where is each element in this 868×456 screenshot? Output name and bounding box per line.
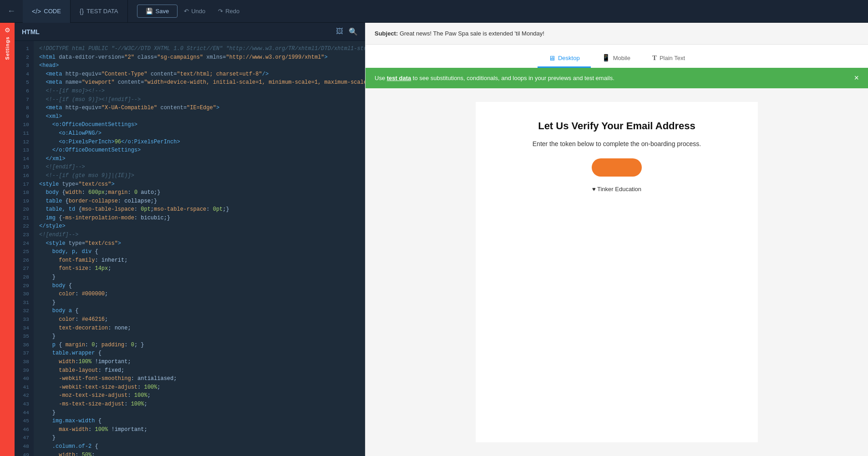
undo-button[interactable]: ↶ Undo — [178, 5, 212, 17]
tab-mobile-label: Mobile — [613, 55, 630, 61]
mobile-icon: 📱 — [602, 54, 610, 62]
code-panel-header: HTML 🖼 🔍 — [15, 23, 365, 41]
email-preview: Let Us Verify Your Email Address Enter t… — [365, 88, 868, 456]
banner-text: Use test data to see substitutions, cond… — [375, 75, 614, 81]
email-title: Let Us Verify Your Email Address — [498, 120, 735, 132]
subject-text: Great news! The Paw Spa sale is extended… — [400, 30, 544, 37]
test-data-link[interactable]: test data — [387, 75, 411, 81]
email-body: Enter the token below to complete the on… — [498, 140, 735, 147]
tab-test-data-label: TEST DATA — [86, 8, 118, 15]
back-icon: ← — [7, 6, 15, 16]
subject-line: Subject: Great news! The Paw Spa sale is… — [375, 27, 859, 40]
tab-desktop-label: Desktop — [558, 55, 580, 61]
image-icon[interactable]: 🖼 — [336, 27, 343, 36]
settings-sidebar[interactable]: ⚙ Settings — [0, 23, 15, 456]
code-icon: </> — [32, 8, 41, 15]
email-cta-button[interactable] — [592, 158, 642, 177]
desktop-icon: 🖥 — [548, 54, 555, 62]
code-area[interactable]: 1234567891011121314151617181920212223242… — [15, 41, 365, 456]
save-icon: 💾 — [146, 8, 153, 15]
undo-icon: ↶ — [184, 8, 189, 15]
tab-mobile[interactable]: 📱 Mobile — [591, 49, 641, 68]
code-editor-panel: HTML 🖼 🔍 1234567891011121314151617181920… — [15, 23, 365, 456]
save-button[interactable]: 💾 Save — [137, 5, 178, 18]
email-footer: ♥ Tinker Education — [498, 186, 735, 193]
email-card: Let Us Verify Your Email Address Enter t… — [476, 102, 758, 442]
back-button[interactable]: ← — [0, 0, 23, 23]
preview-panel: Subject: Great news! The Paw Spa sale is… — [365, 23, 868, 456]
settings-label: Settings — [5, 36, 10, 60]
tab-desktop[interactable]: 🖥 Desktop — [538, 50, 591, 68]
line-numbers: 1234567891011121314151617181920212223242… — [15, 41, 34, 456]
topbar: ← </> CODE {} TEST DATA 💾 Save ↶ Undo ↷ … — [0, 0, 868, 23]
subject-prefix: Subject: — [375, 30, 398, 37]
tab-test-data[interactable]: {} TEST DATA — [71, 0, 128, 23]
view-tabs: 🖥 Desktop 📱 Mobile T Plain Text — [365, 45, 868, 68]
banner-close-button[interactable]: × — [854, 73, 859, 83]
tab-plain-text[interactable]: T Plain Text — [641, 50, 696, 68]
info-banner: Use test data to see substitutions, cond… — [365, 68, 868, 88]
settings-gear-icon: ⚙ — [5, 26, 10, 34]
main-layout: ⚙ Settings HTML 🖼 🔍 12345678910111213141… — [0, 23, 868, 456]
html-label: HTML — [22, 28, 40, 35]
test-data-icon: {} — [80, 8, 84, 15]
redo-button[interactable]: ↷ Redo — [212, 5, 246, 17]
preview-header: Subject: Great news! The Paw Spa sale is… — [365, 23, 868, 45]
redo-icon: ↷ — [218, 8, 223, 15]
code-content[interactable]: <!DOCTYPE html PUBLIC "-//W3C//DTD XHTML… — [34, 41, 365, 456]
plain-text-icon: T — [652, 54, 657, 62]
tab-plain-text-label: Plain Text — [660, 55, 685, 61]
search-icon[interactable]: 🔍 — [349, 27, 358, 36]
tab-code-label: CODE — [44, 8, 61, 15]
tab-code[interactable]: </> CODE — [23, 0, 71, 23]
